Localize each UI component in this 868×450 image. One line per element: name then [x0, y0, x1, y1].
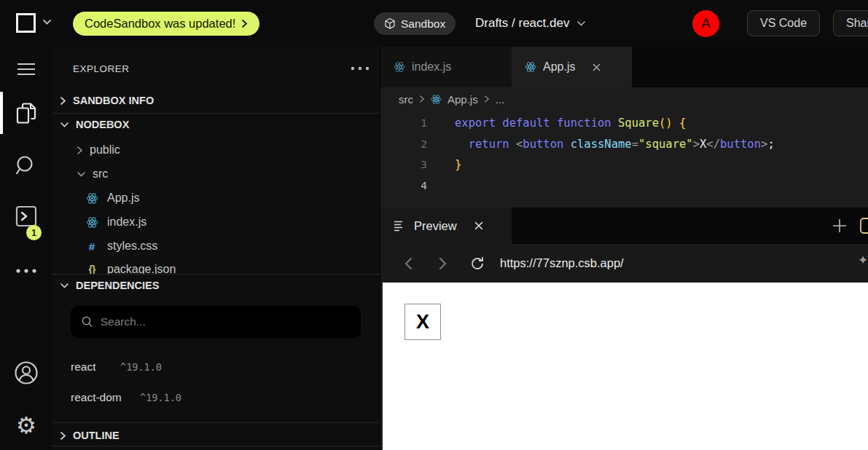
- breadcrumb-chevron-down-icon: [576, 20, 586, 27]
- file-index-js[interactable]: index.js: [52, 211, 380, 233]
- chevron-down-icon: [77, 171, 86, 178]
- close-preview-icon[interactable]: [474, 221, 484, 231]
- react-file-icon: [525, 61, 536, 73]
- chevron-right-icon: [484, 95, 490, 103]
- search-icon[interactable]: [13, 153, 39, 179]
- vscode-button[interactable]: VS Code: [747, 10, 820, 36]
- sandbox-badge-label: Sandbox: [401, 17, 445, 31]
- account-icon[interactable]: [13, 360, 39, 386]
- divider: [52, 113, 380, 114]
- share-button[interactable]: Share: [833, 10, 868, 36]
- update-banner[interactable]: CodeSandbox was updated!: [73, 12, 259, 36]
- explorer-more-icon[interactable]: [351, 66, 370, 71]
- code-line: 2 return <button className="square">X</b…: [380, 134, 868, 155]
- sparkle-icon[interactable]: ✦✦: [858, 253, 868, 267]
- code-lines: 1export default function Square() {2 ret…: [380, 113, 868, 196]
- close-tab-icon[interactable]: [592, 63, 601, 72]
- editor-breadcrumb[interactable]: src App.js ...: [380, 87, 868, 111]
- menu-hamburger-icon[interactable]: [13, 56, 39, 82]
- main-area: 1 ⚙ EXPLORER SANDBOX INFO NODEBOX: [0, 47, 868, 450]
- dependencies-search-input[interactable]: [101, 315, 351, 328]
- chevron-down-icon: [60, 122, 69, 128]
- section-nodebox[interactable]: NODEBOX: [52, 114, 380, 135]
- section-outline[interactable]: OUTLINE: [52, 425, 380, 446]
- layout-icon[interactable]: [860, 218, 868, 234]
- react-file-icon: [394, 61, 405, 73]
- more-icon[interactable]: [13, 258, 39, 284]
- explorer-header: EXPLORER: [73, 60, 370, 77]
- project-breadcrumb-label: Drafts / react.dev: [475, 16, 569, 31]
- avatar[interactable]: A: [692, 10, 719, 37]
- folder-public[interactable]: public: [52, 139, 380, 161]
- avatar-initial: A: [701, 16, 710, 31]
- terminal-badge-count: 1: [31, 228, 36, 238]
- breadcrumb-file: App.js: [447, 93, 478, 106]
- chevron-right-icon: [60, 96, 66, 106]
- explorer-title: EXPLORER: [73, 63, 130, 74]
- codesandbox-logo[interactable]: [16, 13, 36, 33]
- top-bar: CodeSandbox was updated! Sandbox Drafts …: [0, 0, 868, 47]
- terminal-badge: 1: [26, 225, 42, 240]
- breadcrumb-more: ...: [496, 93, 505, 106]
- files-icon[interactable]: [13, 100, 39, 127]
- active-view-indicator: [0, 92, 3, 134]
- dependencies-search: [71, 306, 361, 338]
- breadcrumb-dir: src: [399, 93, 413, 106]
- chevron-right-icon: [60, 431, 66, 441]
- search-icon: [81, 315, 93, 328]
- folder-src[interactable]: src: [52, 163, 380, 185]
- tab-index-js[interactable]: index.js: [380, 47, 512, 87]
- code-line: 4: [380, 175, 868, 197]
- update-banner-label: CodeSandbox was updated!: [85, 17, 235, 31]
- settings-gear-icon[interactable]: ⚙: [13, 412, 39, 438]
- back-icon[interactable]: [396, 257, 421, 270]
- divider: [52, 274, 380, 275]
- refresh-icon[interactable]: [465, 256, 490, 271]
- file-styles-css[interactable]: # styles.css: [52, 235, 380, 257]
- dependency-react[interactable]: react ^19.1.0: [52, 358, 380, 376]
- divider: [52, 422, 380, 423]
- divider: [52, 446, 380, 446]
- activity-bar: 1 ⚙: [0, 47, 52, 450]
- preview-urlbar: https://77sznp.csb.app/ ✦✦: [380, 244, 868, 283]
- react-file-icon: [83, 192, 101, 205]
- code-editor[interactable]: 1export default function Square() {2 ret…: [380, 111, 868, 208]
- preview-square-button[interactable]: X: [404, 304, 441, 340]
- cube-icon: [384, 17, 396, 30]
- tab-preview[interactable]: Preview: [380, 208, 512, 244]
- tab-app-js[interactable]: App.js: [512, 47, 632, 87]
- chevron-right-icon: [77, 146, 83, 155]
- forward-icon[interactable]: [431, 257, 455, 270]
- editor-column: index.js App.js src App.js ... 1export d…: [380, 47, 868, 450]
- react-file-icon: [83, 216, 101, 229]
- logo-chevron-down-icon[interactable]: [42, 19, 52, 25]
- react-file-icon: [431, 94, 442, 105]
- add-panel-icon[interactable]: [831, 217, 848, 234]
- css-file-icon: #: [83, 240, 101, 253]
- section-dependencies[interactable]: DEPENDENCIES: [52, 275, 380, 296]
- sandbox-badge[interactable]: Sandbox: [374, 12, 455, 35]
- preview-url[interactable]: https://77sznp.csb.app/: [500, 256, 624, 270]
- chevron-down-icon: [60, 283, 69, 289]
- preview-frame: X: [380, 283, 868, 450]
- project-breadcrumb[interactable]: Drafts / react.dev: [475, 0, 586, 47]
- dependency-react-dom[interactable]: react-dom ^19.1.0: [52, 389, 380, 406]
- code-line: 1export default function Square() {: [380, 113, 868, 134]
- preview-tabstrip: Preview: [380, 208, 868, 244]
- explorer-sidebar: EXPLORER SANDBOX INFO NODEBOX public src…: [52, 47, 380, 450]
- section-sandbox-info[interactable]: SANDBOX INFO: [52, 90, 380, 111]
- share-button-label: Share: [846, 17, 868, 30]
- chevron-right-icon: [241, 19, 248, 28]
- json-file-icon: {}: [83, 264, 101, 274]
- file-app-js[interactable]: App.js: [52, 187, 380, 209]
- code-line: 3}: [380, 154, 868, 175]
- preview-list-icon: [394, 221, 406, 232]
- file-package-json-clipped[interactable]: {} package.json: [52, 258, 380, 274]
- editor-tabstrip: index.js App.js: [380, 47, 868, 87]
- vscode-button-label: VS Code: [760, 17, 807, 30]
- chevron-right-icon: [419, 95, 425, 103]
